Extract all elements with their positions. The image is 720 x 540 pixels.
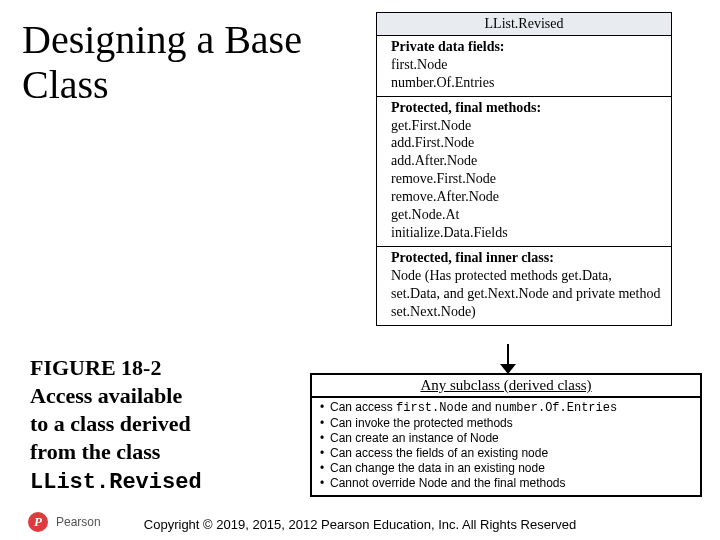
uml-private-header: Private data fields:	[391, 38, 661, 56]
caption-line-3: to a class derived	[30, 411, 191, 436]
subclass-item: Cannot override Node and the final metho…	[320, 476, 694, 491]
inheritance-arrow	[500, 344, 516, 374]
uml-class-name: LList.Revised	[377, 13, 671, 36]
uml-inner-section: Protected, final inner class: Node (Has …	[377, 247, 671, 325]
subclass-box: Any subclass (derived class) Can access …	[310, 373, 702, 497]
text: Can access	[330, 400, 396, 414]
uml-inner-text: Node (Has protected methods get.Data, se…	[391, 267, 661, 321]
caption-line-4: from the class	[30, 439, 160, 464]
uml-method: get.Node.At	[391, 206, 661, 224]
subclass-item: Can create an instance of Node	[320, 431, 694, 446]
uml-box: LList.Revised Private data fields: first…	[376, 12, 672, 326]
text: Can access the fields of an existing nod…	[330, 446, 548, 460]
uml-protected-section: Protected, final methods: get.First.Node…	[377, 97, 671, 247]
caption-classname: LList.Revised	[30, 470, 202, 495]
text: Can invoke the protected methods	[330, 416, 513, 430]
subclass-item: Can change the data in an existing node	[320, 461, 694, 476]
text: and	[468, 400, 495, 414]
code-text: number.Of.Entries	[495, 401, 617, 415]
copyright-text: Copyright © 2019, 2015, 2012 Pearson Edu…	[0, 517, 720, 532]
text: Cannot override Node and the final metho…	[330, 476, 565, 490]
slide-title: Designing a Base Class	[22, 18, 362, 108]
slide: Designing a Base Class FIGURE 18-2 Acces…	[0, 0, 720, 540]
caption-line-1: FIGURE 18-2	[30, 355, 161, 380]
subclass-item: Can access first.Node and number.Of.Entr…	[320, 400, 694, 416]
figure-caption: FIGURE 18-2 Access available to a class …	[30, 354, 290, 497]
uml-method: get.First.Node	[391, 117, 661, 135]
subclass-title: Any subclass (derived class)	[312, 375, 700, 398]
subclass-item: Can invoke the protected methods	[320, 416, 694, 431]
uml-method: remove.After.Node	[391, 188, 661, 206]
uml-inner-header: Protected, final inner class:	[391, 249, 661, 267]
uml-protected-header: Protected, final methods:	[391, 99, 661, 117]
text: Can create an instance of Node	[330, 431, 499, 445]
uml-method: initialize.Data.Fields	[391, 224, 661, 242]
code-text: first.Node	[396, 401, 468, 415]
uml-private-field: number.Of.Entries	[391, 74, 661, 92]
uml-private-section: Private data fields: first.Node number.O…	[377, 36, 671, 97]
uml-private-field: first.Node	[391, 56, 661, 74]
subclass-item: Can access the fields of an existing nod…	[320, 446, 694, 461]
caption-line-2: Access available	[30, 383, 182, 408]
uml-method: add.After.Node	[391, 152, 661, 170]
text: Can change the data in an existing node	[330, 461, 545, 475]
subclass-list: Can access first.Node and number.Of.Entr…	[312, 400, 700, 491]
uml-method: remove.First.Node	[391, 170, 661, 188]
uml-method: add.First.Node	[391, 134, 661, 152]
